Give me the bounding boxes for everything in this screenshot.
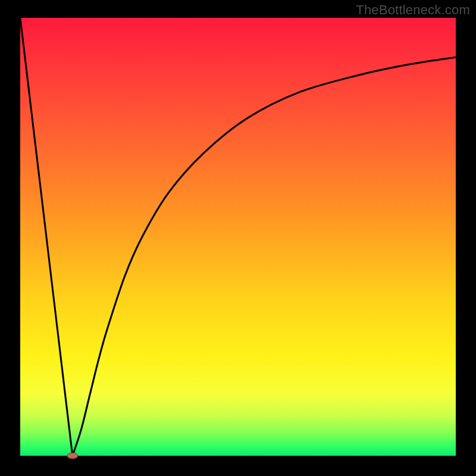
watermark-text: TheBottleneck.com	[356, 2, 470, 18]
curve-left-descent	[20, 18, 73, 456]
minimum-marker	[67, 453, 78, 459]
curve-layer	[20, 18, 456, 456]
chart-frame: TheBottleneck.com	[0, 0, 476, 476]
curve-right-ascent	[73, 57, 456, 456]
plot-area	[20, 18, 456, 456]
